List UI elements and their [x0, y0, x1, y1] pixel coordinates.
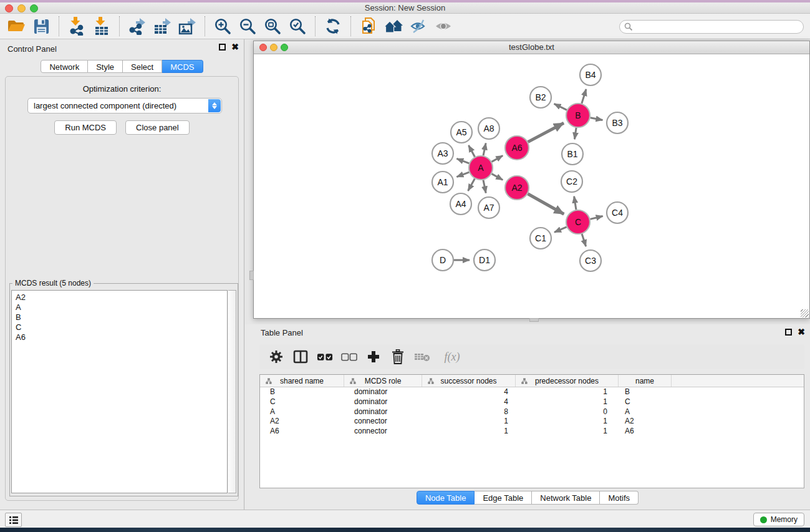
- run-mcds-button[interactable]: Run MCDS: [54, 120, 117, 135]
- table-settings-button[interactable]: [268, 348, 284, 365]
- mcds-result-item[interactable]: A6: [16, 332, 227, 342]
- import-table-button[interactable]: [89, 15, 114, 37]
- graph-node-A3[interactable]: A3: [432, 143, 453, 164]
- select-all-button[interactable]: [317, 348, 333, 365]
- network-graph-canvas[interactable]: B4B2BB3A5A8A6A3B1AA1C2A2A4A7C4CC1DD1C3: [254, 54, 809, 318]
- graph-node-A2[interactable]: A2: [505, 176, 529, 200]
- graph-node-C2[interactable]: C2: [561, 171, 582, 192]
- zoom-window-button[interactable]: [30, 4, 38, 12]
- graph-node-B[interactable]: B: [566, 104, 590, 127]
- graph-edge-B-B2[interactable]: [554, 104, 567, 110]
- graph-edge-A-A8[interactable]: [483, 143, 486, 156]
- create-column-button[interactable]: [365, 348, 382, 365]
- graph-edge-C-C4[interactable]: [590, 216, 602, 220]
- memory-button[interactable]: Memory: [753, 513, 804, 526]
- deselect-all-button[interactable]: [341, 348, 357, 365]
- tab-network-table[interactable]: Network Table: [532, 491, 600, 505]
- tab-select[interactable]: Select: [123, 60, 162, 73]
- close-window-button[interactable]: [5, 4, 13, 12]
- graph-edge-C-C1[interactable]: [554, 227, 567, 233]
- home-button[interactable]: [381, 15, 406, 37]
- close-panel-button[interactable]: Close panel: [125, 120, 190, 135]
- mcds-result-item[interactable]: B: [16, 312, 227, 322]
- mcds-result-item[interactable]: A2: [16, 293, 227, 302]
- column-header-name[interactable]: name: [619, 375, 672, 387]
- graph-node-A5[interactable]: A5: [451, 122, 472, 143]
- export-image-button[interactable]: [175, 15, 200, 37]
- network-window-titlebar[interactable]: testGlobe.txt: [254, 41, 809, 54]
- table-row-A[interactable]: Adominator80A: [260, 407, 804, 417]
- show-panels-button[interactable]: [431, 15, 456, 37]
- graph-edge-A-A3[interactable]: [456, 158, 469, 163]
- float-panel-icon[interactable]: [219, 44, 226, 51]
- graph-node-C3[interactable]: C3: [580, 250, 601, 271]
- tab-network[interactable]: Network: [41, 60, 88, 73]
- graph-node-A[interactable]: A: [469, 156, 493, 180]
- graph-edge-A-A7[interactable]: [483, 180, 486, 193]
- graph-node-D1[interactable]: D1: [474, 249, 495, 271]
- graph-node-A1[interactable]: A1: [432, 172, 453, 193]
- view-scrollbar-vertical[interactable]: [249, 271, 254, 280]
- table-row-A2[interactable]: A2connector11A2: [260, 417, 804, 427]
- zoom-out-button[interactable]: [235, 15, 260, 37]
- tab-edge-table[interactable]: Edge Table: [475, 491, 532, 505]
- graph-edge-A-A4[interactable]: [468, 179, 475, 191]
- delete-columns-button[interactable]: [390, 348, 406, 365]
- zoom-view-button[interactable]: [281, 44, 288, 51]
- graph-node-A4[interactable]: A4: [450, 193, 471, 215]
- table-row-B[interactable]: Bdominator41B: [260, 387, 804, 397]
- export-table-button[interactable]: [150, 15, 175, 37]
- graph-node-A7[interactable]: A7: [478, 197, 499, 218]
- open-session-button[interactable]: [4, 15, 29, 37]
- mcds-result-scrollbar[interactable]: [228, 290, 236, 493]
- zoom-selected-button[interactable]: [285, 15, 310, 37]
- zoom-fit-button[interactable]: [260, 15, 285, 37]
- graph-edge-B-B4[interactable]: [582, 89, 586, 104]
- graph-node-C[interactable]: C: [566, 210, 590, 234]
- column-header-predecessor-nodes[interactable]: predecessor nodes: [516, 375, 619, 387]
- resize-grip[interactable]: [801, 309, 809, 317]
- graph-node-A6[interactable]: A6: [505, 136, 529, 160]
- graph-node-A8[interactable]: A8: [478, 118, 499, 139]
- column-header-MCDS-role[interactable]: MCDS role: [344, 375, 422, 387]
- graph-node-D[interactable]: D: [432, 249, 453, 271]
- graph-node-B2[interactable]: B2: [530, 87, 551, 108]
- graph-node-B4[interactable]: B4: [580, 64, 601, 85]
- graph-edge-A2-C[interactable]: [528, 194, 564, 214]
- graph-edge-A-A1[interactable]: [456, 172, 469, 177]
- mcds-result-item[interactable]: A: [16, 302, 227, 312]
- graph-edge-A6-B[interactable]: [528, 123, 564, 142]
- close-panel-icon[interactable]: ✖: [798, 329, 805, 336]
- table-row-C[interactable]: Cdominator41C: [260, 397, 804, 407]
- table-row-A6[interactable]: A6connector11A6: [260, 427, 804, 437]
- graph-edge-A-A2[interactable]: [492, 174, 503, 180]
- tab-style[interactable]: Style: [88, 60, 123, 73]
- zoom-in-button[interactable]: [210, 15, 235, 37]
- save-session-button[interactable]: [29, 15, 54, 37]
- minimize-window-button[interactable]: [17, 4, 26, 12]
- column-header-successor-nodes[interactable]: successor nodes: [422, 375, 516, 387]
- graph-edge-A-A6[interactable]: [492, 156, 503, 162]
- graph-edge-C-C2[interactable]: [574, 196, 576, 210]
- hide-panels-button[interactable]: [406, 15, 431, 37]
- graph-node-B1[interactable]: B1: [562, 143, 583, 165]
- graph-node-C1[interactable]: C1: [530, 228, 551, 249]
- close-view-button[interactable]: [259, 44, 267, 51]
- minimize-view-button[interactable]: [270, 44, 277, 51]
- search-input[interactable]: [619, 20, 804, 34]
- graph-node-B3[interactable]: B3: [607, 112, 628, 133]
- tab-mcds[interactable]: MCDS: [162, 60, 203, 73]
- graph-edge-A-A5[interactable]: [468, 145, 475, 157]
- close-panel-icon[interactable]: ✖: [231, 44, 239, 51]
- graph-edge-C-C3[interactable]: [582, 234, 586, 246]
- view-scrollbar-horizontal[interactable]: [529, 318, 539, 322]
- duplicate-network-button[interactable]: [356, 15, 381, 37]
- graph-edge-B-B3[interactable]: [591, 118, 603, 120]
- float-panel-icon[interactable]: [785, 329, 792, 336]
- mcds-result-item[interactable]: C: [16, 322, 227, 332]
- refresh-button[interactable]: [321, 15, 345, 37]
- show-panel-list-button[interactable]: [5, 513, 22, 527]
- tab-motifs[interactable]: Motifs: [600, 491, 639, 505]
- tab-node-table[interactable]: Node Table: [417, 491, 475, 505]
- function-builder-button[interactable]: f(x): [438, 348, 466, 365]
